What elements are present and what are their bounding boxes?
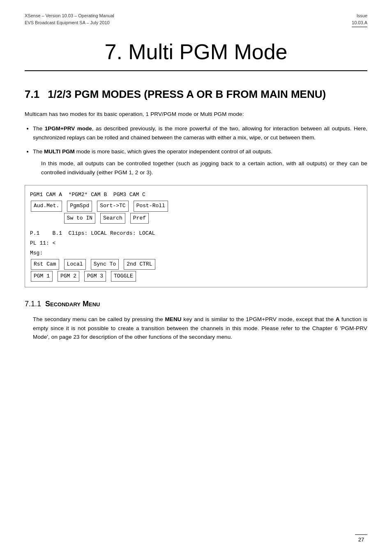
header-right: Issue 10.03.A <box>352 12 367 27</box>
terminal-btn-pgm2: PGM 2 <box>58 271 79 282</box>
subsection-number: 7.1.1 <box>25 300 41 308</box>
page-container: XSense – Version 10.03 – Operating Manua… <box>0 0 392 555</box>
terminal-btn-aud-met: Aud.Met. <box>31 201 62 211</box>
bullet1-bold: 1PGM+PRV mode <box>45 125 92 132</box>
header-issue-number: 10.03.A <box>352 19 367 26</box>
terminal-btn-sync-to: Sync To <box>91 259 119 270</box>
page-number: 27 <box>355 534 367 543</box>
terminal-row-1: Aud.Met. PgmSpd Sort->TC Post-Roll <box>30 201 362 211</box>
header-left: XSense – Version 10.03 – Operating Manua… <box>25 12 114 26</box>
section-title: 1/2/3 PGM MODES (PRESS A OR B FROM MAIN … <box>48 88 326 100</box>
bullet-item-1: The 1PGM+PRV mode, as described previous… <box>33 124 367 142</box>
terminal-btn-toggle: TOGGLE <box>111 271 136 282</box>
terminal-btn-pgmspd: PgmSpd <box>67 201 92 211</box>
terminal-info-2: PL 11: < <box>30 239 362 248</box>
terminal-info-1: P.1 B.1 Clips: LOCAL Records: LOCAL <box>30 229 362 238</box>
terminal-btn-pref: Pref <box>130 213 149 224</box>
section-7-1-heading: 7.11/2/3 PGM MODES (PRESS A OR B FROM MA… <box>25 88 367 102</box>
terminal-btn-sort-tc: Sort->TC <box>97 201 128 211</box>
section-number: 7.1 <box>25 88 39 100</box>
header-title: XSense – Version 10.03 – Operating Manua… <box>25 12 114 19</box>
secondary-menu-paragraph: The secondary menu can be called by pres… <box>33 315 367 342</box>
bullet2-bold: MULTI PGM <box>44 148 75 155</box>
terminal-bottom-row-1: Rst Cam Local Sync To 2nd CTRL <box>30 259 362 270</box>
terminal-row-2: Sw to IN Search Pref <box>30 213 362 224</box>
intro-paragraph: Multicam has two modes for its basic ope… <box>25 110 367 119</box>
terminal-btn-rst-cam: Rst Cam <box>31 259 59 270</box>
bullet-item-2: The MULTI PGM mode is more basic, which … <box>33 147 367 177</box>
header-subtitle: EVS Broadcast Equipment SA – July 2010 <box>25 19 114 26</box>
a-function-bold: A <box>336 316 340 322</box>
terminal-btn-search: Search <box>100 213 125 224</box>
terminal-btn-pgm3: PGM 3 <box>84 271 106 282</box>
subsection-title: Secondary Menu <box>45 300 100 308</box>
terminal-btn-post-roll: Post-Roll <box>134 201 168 211</box>
indent-paragraph: In this mode, all outputs can be control… <box>41 159 367 177</box>
terminal-btn-pgm1: PGM 1 <box>31 271 53 282</box>
terminal-header: PGM1 CAM A *PGM2* CAM B PGM3 CAM C <box>30 190 362 199</box>
menu-key-bold: MENU <box>165 316 181 322</box>
terminal-info-3: Msg: <box>30 249 362 258</box>
bullet1-prefix: The <box>33 125 45 132</box>
chapter-title: 7. Multi PGM Mode <box>25 39 367 71</box>
terminal-btn-sw-in: Sw to IN <box>64 213 95 224</box>
terminal-btn-local: Local <box>64 259 86 270</box>
bullet-list: The 1PGM+PRV mode, as described previous… <box>33 124 367 177</box>
terminal-block: PGM1 CAM A *PGM2* CAM B PGM3 CAM C Aud.M… <box>25 185 367 287</box>
terminal-bottom-row-2: PGM 1 PGM 2 PGM 3 TOGGLE <box>30 271 362 282</box>
page-header: XSense – Version 10.03 – Operating Manua… <box>25 12 367 27</box>
bullet2-rest: mode is more basic, which gives the oper… <box>75 148 272 155</box>
bullet2-prefix: The <box>33 148 44 155</box>
header-issue-label: Issue <box>352 12 367 19</box>
subsection-7-1-1-heading: 7.1.1Secondary Menu <box>25 300 367 308</box>
terminal-btn-2nd-ctrl: 2nd CTRL <box>124 259 155 270</box>
